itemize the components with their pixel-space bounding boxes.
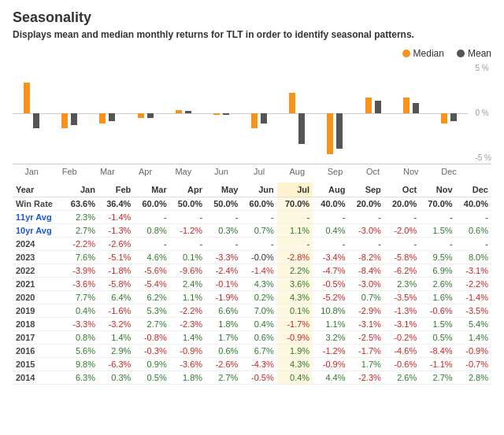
bar-group-jan [13, 62, 50, 164]
cell-value: - [206, 211, 241, 224]
cell-value: - [313, 238, 348, 251]
cell-value: 0.8% [134, 224, 169, 238]
cell-value: -6.2% [384, 264, 420, 278]
cell-value: -1.2% [313, 345, 348, 358]
cell-value: 1.6% [420, 291, 455, 304]
cell-value: -1.7% [277, 318, 313, 331]
cell-value: 0.6% [206, 345, 241, 358]
col-header-jan: Jan [63, 182, 98, 197]
mean-bar [336, 113, 343, 149]
bar-group-jul [240, 62, 278, 164]
cell-value: -1.4% [241, 264, 276, 278]
row-label: 2014 [13, 371, 63, 385]
data-table: YearJanFebMarAprMayJunJulAugSepOctNovDec… [13, 182, 491, 385]
chart-area: 5 % 0 % -5 % [13, 62, 491, 164]
table-row: 10yr Avg2.7%-1.3%0.8%-1.2%0.3%0.7%1.1%0.… [13, 224, 491, 238]
cell-value: -3.6% [170, 358, 206, 371]
legend-mean: Mean [457, 48, 491, 59]
table-row: 2021-3.6%-5.8%-5.4%2.4%-0.1%4.3%3.6%-0.5… [13, 278, 491, 291]
cell-value: -1.7% [348, 345, 384, 358]
cell-value: -3.0% [348, 224, 384, 238]
cell-value: -4.7% [313, 264, 348, 278]
mean-bar [71, 113, 77, 126]
cell-value: 2.3% [63, 211, 98, 224]
cell-value: -5.6% [134, 264, 169, 278]
table-row: 20146.3%0.3%0.5%1.8%2.7%-0.5%0.4%4.4%-2.… [13, 371, 491, 385]
cell-value: - [277, 238, 313, 251]
bar-group-dec [430, 62, 468, 164]
cell-value: 7.0% [241, 304, 276, 318]
cell-value: 0.5% [420, 331, 455, 345]
row-label: 10yr Avg [13, 224, 63, 238]
median-bar [365, 98, 372, 113]
row-label: 2021 [13, 278, 63, 291]
cell-value: - [456, 238, 491, 251]
x-label-oct: Oct [354, 167, 392, 176]
cell-value: 7.7% [63, 291, 98, 304]
cell-value: -5.1% [98, 251, 134, 264]
cell-value: - [348, 211, 384, 224]
cell-value: 0.4% [241, 318, 276, 331]
mean-bar [450, 113, 457, 121]
cell-value: 1.7% [206, 331, 241, 345]
cell-value: 9.5% [420, 251, 455, 264]
cell-value: 1.7% [348, 358, 384, 371]
cell-value: -2.3% [348, 371, 384, 385]
cell-value: -0.2% [384, 331, 420, 345]
cell-value: 4.3% [277, 291, 313, 304]
cell-value: -0.5% [241, 371, 276, 385]
col-header-apr: Apr [170, 182, 206, 197]
median-bar [99, 113, 106, 123]
mean-bar [298, 113, 305, 144]
cell-value: 2.7% [134, 318, 169, 331]
x-label-nov: Nov [392, 167, 430, 176]
cell-value: 3.6% [277, 278, 313, 291]
cell-value: -2.2% [170, 304, 206, 318]
cell-value: 0.4% [313, 224, 348, 238]
cell-value: -2.6% [206, 358, 241, 371]
cell-value: -1.3% [98, 224, 134, 238]
cell-value: -8.4% [420, 345, 455, 358]
cell-value: 5.3% [134, 304, 169, 318]
cell-value: -1.3% [384, 304, 420, 318]
main-container: Seasonality Displays mean and median mon… [0, 0, 504, 394]
cell-value: 0.1% [170, 251, 206, 264]
cell-value: 1.5% [420, 224, 455, 238]
cell-value: - [134, 211, 169, 224]
x-axis: JanFebMarAprMayJunJulAugSepOctNovDec [13, 167, 468, 176]
cell-value: 6.7% [241, 345, 276, 358]
col-header-feb: Feb [98, 182, 134, 197]
cell-value: -2.4% [206, 264, 241, 278]
cell-value: 1.5% [420, 318, 455, 331]
mean-bar [375, 101, 381, 113]
mean-bar [223, 113, 229, 116]
cell-value: -0.9% [170, 345, 206, 358]
y-axis: 5 % 0 % -5 % [475, 62, 491, 164]
table-row: 11yr Avg2.3%-1.4%---------- [13, 211, 491, 224]
cell-value: 36.4% [98, 197, 134, 211]
y-bot: -5 % [475, 153, 491, 162]
cell-value: 1.8% [206, 318, 241, 331]
cell-value: 0.5% [134, 371, 169, 385]
x-label-apr: Apr [127, 167, 165, 176]
mean-bar [185, 111, 191, 113]
row-label: 2019 [13, 304, 63, 318]
cell-value: 6.3% [63, 371, 98, 385]
cell-value: 6.9% [420, 264, 455, 278]
median-bar [289, 93, 295, 113]
col-header-oct: Oct [384, 182, 420, 197]
cell-value: -5.8% [384, 251, 420, 264]
cell-value: -2.8% [277, 251, 313, 264]
cell-value: 2.4% [170, 278, 206, 291]
cell-value: -1.9% [206, 291, 241, 304]
col-header-mar: Mar [134, 182, 169, 197]
col-header-dec: Dec [456, 182, 491, 197]
median-bar [213, 113, 220, 116]
median-bar [327, 113, 333, 154]
cell-value: - [206, 238, 241, 251]
table-row: 20165.6%2.9%-0.3%-0.9%0.6%6.7%1.9%-1.2%-… [13, 345, 491, 358]
row-label: 2024 [13, 238, 63, 251]
col-header-aug: Aug [313, 182, 348, 197]
cell-value: 0.1% [277, 304, 313, 318]
cell-value: 0.9% [134, 358, 169, 371]
